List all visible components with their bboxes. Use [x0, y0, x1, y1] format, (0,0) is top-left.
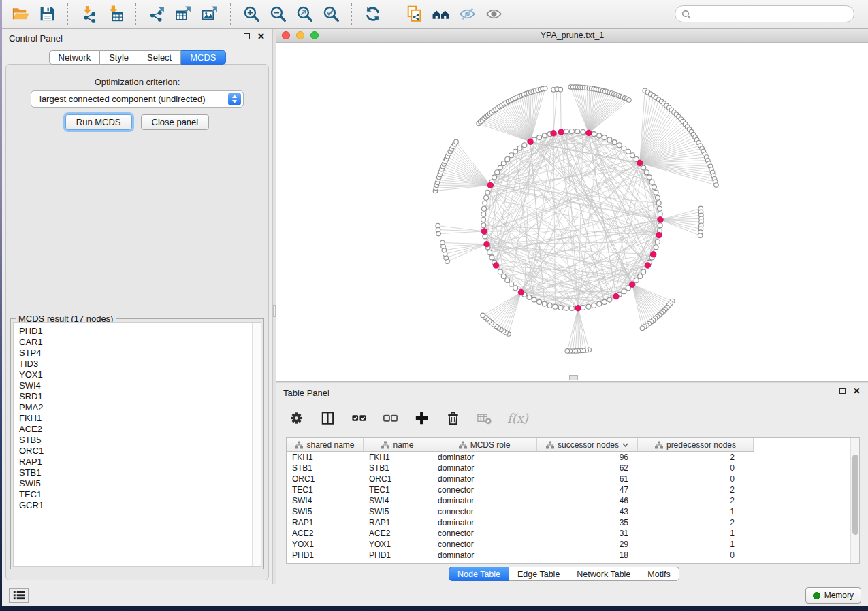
- table-cell[interactable]: FKH1: [364, 452, 432, 462]
- import-table-button[interactable]: [103, 3, 127, 26]
- select-all-button[interactable]: [351, 410, 368, 427]
- refresh-button[interactable]: [361, 3, 384, 26]
- column-header-shared-name[interactable]: shared name: [287, 438, 364, 451]
- network-titlebar[interactable]: YPA_prune.txt_1: [276, 29, 868, 42]
- table-cell[interactable]: connector: [432, 540, 537, 549]
- mcds-result-item[interactable]: TEC1: [19, 489, 261, 500]
- mcds-result-item[interactable]: SRD1: [19, 391, 261, 402]
- close-panel-button[interactable]: Close panel: [141, 114, 210, 130]
- zoom-fit-button[interactable]: [293, 3, 316, 26]
- table-row[interactable]: PHD1PHD1dominator180: [287, 550, 859, 561]
- table-body[interactable]: FKH1FKH1dominator962STB1STB1dominator620…: [287, 452, 859, 561]
- network-canvas[interactable]: [276, 42, 868, 381]
- table-row[interactable]: SWI4SWI4dominator462: [287, 495, 859, 506]
- tab-style[interactable]: Style: [100, 50, 138, 65]
- node-table[interactable]: shared name name MCDS role successor nod…: [286, 437, 860, 564]
- table-cell[interactable]: dominator: [432, 496, 537, 506]
- table-cell[interactable]: PHD1: [364, 550, 432, 560]
- tab-network-table[interactable]: Network Table: [568, 567, 639, 581]
- close-panel-icon[interactable]: ✕: [257, 33, 265, 39]
- mcds-result-item[interactable]: STB5: [19, 435, 261, 446]
- mcds-result-item[interactable]: YOX1: [19, 369, 261, 380]
- table-cell[interactable]: dominator: [432, 452, 537, 462]
- list-scrollbar[interactable]: [252, 323, 261, 566]
- float-panel-icon[interactable]: [839, 388, 846, 394]
- mcds-result-list[interactable]: PHD1CAR1STP4TID3YOX1SWI4SRD1PMA2FKH1ACE2…: [13, 322, 261, 567]
- mcds-result-item[interactable]: SWI4: [19, 380, 261, 391]
- table-row[interactable]: RAP1RAP1dominator352: [287, 517, 859, 528]
- table-cell[interactable]: dominator: [432, 550, 537, 560]
- tab-node-table[interactable]: Node Table: [449, 567, 509, 581]
- table-cell[interactable]: connector: [432, 507, 537, 516]
- mcds-result-item[interactable]: ORC1: [19, 446, 261, 457]
- search-input[interactable]: [695, 9, 848, 19]
- table-row[interactable]: ORC1ORC1dominator610: [287, 474, 859, 484]
- table-cell[interactable]: YOX1: [364, 540, 432, 549]
- show-all-button[interactable]: [482, 3, 505, 26]
- table-cell[interactable]: 29: [537, 540, 638, 549]
- table-cell[interactable]: 96: [537, 452, 638, 462]
- maximize-window-icon[interactable]: [310, 31, 319, 39]
- close-window-icon[interactable]: [282, 31, 290, 39]
- tab-edge-table[interactable]: Edge Table: [509, 567, 568, 581]
- table-cell[interactable]: STB1: [287, 463, 364, 473]
- hide-selected-button[interactable]: [455, 3, 479, 26]
- open-session-button[interactable]: [9, 3, 32, 26]
- horizontal-splitter-grip[interactable]: [569, 375, 578, 380]
- table-scrollbar[interactable]: [850, 438, 859, 563]
- table-row[interactable]: YOX1YOX1connector291: [287, 539, 859, 550]
- mcds-result-item[interactable]: CAR1: [19, 337, 261, 348]
- save-session-button[interactable]: [35, 3, 59, 26]
- table-row[interactable]: SWI5SWI5connector431: [287, 506, 859, 517]
- mcds-result-item[interactable]: FKH1: [19, 413, 261, 424]
- splitter-grip[interactable]: [273, 305, 276, 317]
- table-cell[interactable]: PHD1: [287, 550, 364, 560]
- zoom-in-button[interactable]: [240, 3, 263, 26]
- table-cell[interactable]: 0: [638, 463, 754, 473]
- table-cell[interactable]: 2: [638, 496, 754, 506]
- table-cell[interactable]: 18: [537, 550, 638, 560]
- table-cell[interactable]: SWI5: [287, 507, 364, 516]
- table-cell[interactable]: ORC1: [287, 474, 364, 484]
- table-cell[interactable]: 2: [638, 452, 754, 462]
- zoom-selected-button[interactable]: [319, 3, 342, 26]
- run-mcds-button[interactable]: Run MCDS: [65, 114, 132, 130]
- function-builder-button-disabled[interactable]: f(x): [507, 411, 528, 425]
- table-cell[interactable]: 1: [638, 507, 754, 516]
- table-cell[interactable]: YOX1: [287, 540, 364, 549]
- tab-mcds[interactable]: MCDS: [181, 50, 225, 65]
- table-cell[interactable]: 61: [537, 474, 638, 484]
- show-columns-button[interactable]: [319, 410, 336, 427]
- table-cell[interactable]: dominator: [432, 518, 537, 527]
- close-panel-icon[interactable]: ✕: [853, 388, 861, 394]
- mcds-result-item[interactable]: PHD1: [19, 326, 261, 337]
- column-header-successor-nodes[interactable]: successor nodes: [537, 438, 638, 451]
- mcds-result-item[interactable]: GCR1: [19, 500, 261, 511]
- mcds-result-item[interactable]: STP4: [19, 348, 261, 359]
- table-cell[interactable]: SWI5: [364, 507, 432, 516]
- criterion-select[interactable]: largest connected component (undirected): [31, 90, 244, 108]
- mcds-result-item[interactable]: RAP1: [19, 457, 261, 467]
- column-header-name[interactable]: name: [364, 438, 432, 451]
- table-cell[interactable]: 31: [537, 529, 638, 538]
- import-network-button[interactable]: [77, 3, 100, 26]
- delete-column-button[interactable]: [445, 410, 462, 427]
- table-cell[interactable]: dominator: [432, 463, 537, 473]
- table-cell[interactable]: 46: [537, 496, 638, 506]
- table-cell[interactable]: 35: [537, 518, 638, 527]
- tab-motifs[interactable]: Motifs: [639, 567, 679, 581]
- table-row[interactable]: TEC1TEC1connector472: [287, 484, 859, 495]
- table-cell[interactable]: 43: [537, 507, 638, 516]
- float-panel-icon[interactable]: [244, 33, 250, 39]
- task-history-button[interactable]: [9, 588, 29, 603]
- copy-network-button[interactable]: [402, 3, 425, 26]
- first-neighbors-button[interactable]: [429, 3, 452, 26]
- table-row[interactable]: STB1STB1dominator620: [287, 463, 859, 474]
- zoom-out-button[interactable]: [266, 3, 289, 26]
- network-graph[interactable]: [276, 43, 868, 381]
- mcds-result-item[interactable]: SWI5: [19, 478, 261, 489]
- mcds-result-item[interactable]: TID3: [19, 359, 261, 369]
- create-column-button[interactable]: [413, 410, 430, 427]
- table-cell[interactable]: RAP1: [364, 518, 432, 527]
- table-cell[interactable]: connector: [432, 529, 537, 538]
